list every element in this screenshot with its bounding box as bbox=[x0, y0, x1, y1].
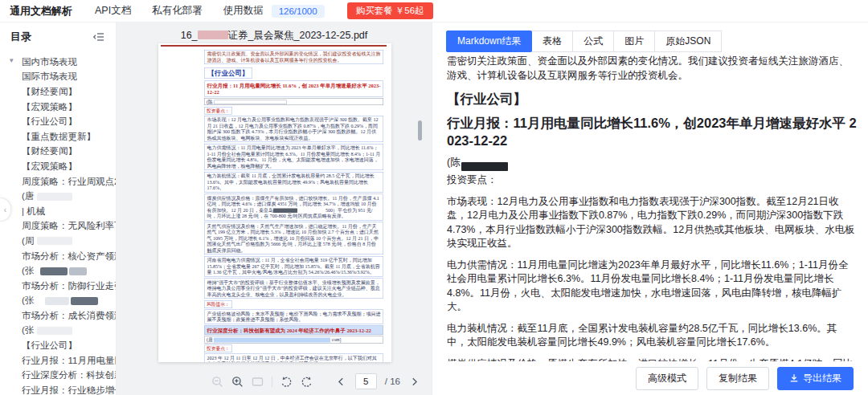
zoom-in-icon[interactable] bbox=[231, 376, 244, 388]
pdf-section-heading: 【行业公司】 bbox=[204, 67, 252, 79]
markdown-paragraph: 电力供需情况：11月用电量同比增速为2023年单月最好水平，同比增长11.6%；… bbox=[447, 259, 857, 315]
redacted-text bbox=[69, 267, 87, 275]
caret-down-icon[interactable]: ▾ bbox=[10, 56, 14, 64]
toc-item-label: 市场分析：核心资产领涨A... bbox=[22, 250, 116, 263]
redacted-text bbox=[45, 297, 69, 305]
md-text-segment: 市场表现：12月电力及公用事业指数和电力指数表现强于沪深300指数。截至12月2… bbox=[447, 196, 855, 250]
rotate-left-icon[interactable] bbox=[280, 376, 293, 388]
toc-item[interactable]: 【行业公司】 bbox=[0, 114, 116, 129]
top-navbar: 通用文档解析 API文档 私有化部署 使用数据 126/1000 购买套餐 ￥5… bbox=[0, 0, 868, 22]
collapse-toc-icon[interactable] bbox=[93, 31, 105, 43]
toc-item-label: 【宏观策略】 bbox=[22, 101, 77, 113]
toc-item-label: (张 bbox=[22, 295, 34, 307]
toc-item[interactable]: 市场分析：核心资产领涨A... bbox=[0, 249, 116, 264]
toc-item[interactable]: ▾国内市场表现 bbox=[0, 55, 116, 70]
pdf-text-segment: 电力装机情况：截至 11 月底，全国累计发电装机容量约 28.5 亿千瓦，同比增… bbox=[207, 173, 375, 191]
next-page-icon[interactable] bbox=[408, 376, 420, 388]
toolbar-divider bbox=[272, 377, 272, 387]
redacted-text bbox=[40, 267, 68, 275]
pdf-key-points-label: 投资要点： bbox=[204, 107, 232, 115]
pdf-paragraph: 河南省用电电力供需情况：11 月，全省全社会用电量 319 亿千瓦时，同比增加 … bbox=[204, 256, 383, 277]
toc-item[interactable]: 周度策略：无风险利率下... bbox=[0, 219, 116, 234]
pdf-paragraph: 电力装机情况：截至 11 月底，全国累计发电装机容量约 28.5 亿千瓦，同比增… bbox=[204, 172, 383, 193]
page-number-input[interactable] bbox=[355, 373, 377, 389]
toc-item[interactable]: (张 bbox=[0, 263, 116, 279]
toc-item-label: 【行业公司】 bbox=[22, 116, 77, 128]
pdf-author-text: (唐 bbox=[207, 337, 213, 342]
toc-item[interactable]: 【财经要闻】 bbox=[0, 84, 116, 100]
toc-item-label: 【宏观策略】 bbox=[22, 161, 77, 173]
toc-item-label: 行业深度分析：科技创新... bbox=[22, 369, 116, 381]
pdf-toolbar: / 16 bbox=[211, 373, 420, 389]
toc-item-label: 市场分析：防御行业走强A... bbox=[22, 280, 116, 292]
tab-原始JSON[interactable]: 原始JSON bbox=[654, 31, 722, 52]
pdf-page[interactable]: 需密切关注政策面、资金面以及外部因素的变化情况，我们建议投资者短线关注旅游酒店、… bbox=[158, 43, 391, 362]
redacted-highlight bbox=[214, 338, 330, 343]
result-panel: Markdown结果表格公式图片原始JSON 需密切关注政策面、资金面以及外部因… bbox=[432, 22, 868, 395]
rotate-right-icon[interactable] bbox=[301, 376, 313, 388]
toc-item[interactable]: | 机械 bbox=[0, 204, 116, 219]
fit-width-icon[interactable] bbox=[252, 376, 264, 388]
nav-private-deploy[interactable]: 私有化部署 bbox=[152, 4, 203, 18]
pdf-paragraph: 产业链价格波动风险；来水不及预期；电价下滑风险；电力需求不及预期；项目进展不及预… bbox=[204, 310, 383, 324]
pdf-text-segment: 天然气供应情况及价格：天然气生产增速加快，进口稳定增长。11 月份，生产天然气 … bbox=[207, 223, 379, 253]
pdf-section-wrap: 【行业公司】 bbox=[204, 67, 383, 79]
pdf-author-line: (陈 bbox=[204, 98, 383, 105]
tab-图片[interactable]: 图片 bbox=[613, 31, 655, 52]
markdown-paragraph: 需密切关注政策面、资金面以及外部因素的变化情况。我们建议投资者短线关注旅游酒店、… bbox=[447, 55, 857, 83]
toc-item[interactable]: 行业月报：11月用电量同... bbox=[0, 353, 116, 369]
toc-item[interactable]: 【宏观策略】 bbox=[0, 159, 116, 174]
prev-page-icon[interactable] bbox=[335, 376, 347, 388]
toc-item-label: 行业月报：行业稳步增长... bbox=[22, 385, 116, 395]
toc-item-label: 周度策略：行业周观点20... bbox=[22, 176, 116, 188]
export-result-button[interactable]: 导出结果 bbox=[777, 367, 854, 390]
toc-item-label: 国内市场表现 bbox=[22, 56, 77, 68]
pdf-paragraph: 天然气供应情况及价格：天然气生产增速加快，进口稳定增长。11 月份，生产天然气 … bbox=[204, 222, 383, 255]
app-window: 通用文档解析 API文档 私有化部署 使用数据 126/1000 购买套餐 ￥5… bbox=[0, 0, 868, 395]
pdf-key-points-label: 风险提示： bbox=[204, 301, 232, 309]
advanced-mode-button[interactable]: 高级模式 bbox=[636, 367, 698, 390]
toc-item-label: 【行业公司】 bbox=[22, 340, 77, 352]
app-title: 通用文档解析 bbox=[10, 4, 72, 18]
md-text-segment: 需密切关注政策面、资金面以及外部因素的变化情况。我们建议投资者短线关注旅游酒店、… bbox=[447, 55, 849, 81]
redacted-text bbox=[461, 162, 508, 171]
toc-item[interactable]: 周度策略：行业周观点20... bbox=[0, 174, 116, 189]
toc-item[interactable]: (张 bbox=[0, 324, 116, 339]
copy-result-button[interactable]: 复制结果 bbox=[706, 367, 769, 390]
toc-item-label: 【财经要闻】 bbox=[22, 86, 77, 98]
toc-item[interactable]: 【行业公司】 bbox=[0, 338, 116, 353]
pdf-filename-suffix: 证券_晨会聚焦_2023-12-25.pdf bbox=[228, 30, 368, 41]
toc-item[interactable]: 国际市场表现 bbox=[0, 70, 116, 85]
toc-item[interactable]: 【重点数据更新】 bbox=[0, 129, 116, 145]
result-tabs: Markdown结果表格公式图片原始JSON bbox=[447, 31, 722, 52]
pdf-page-content: 需密切关注政策面、资金面以及外部因素的变化情况，我们建议投资者短线关注旅游酒店、… bbox=[158, 50, 391, 362]
pdf-author-line: (唐com] bbox=[204, 336, 383, 344]
toc-item-label: 国际市场表现 bbox=[22, 71, 77, 83]
redacted-text bbox=[37, 237, 72, 245]
download-icon bbox=[789, 373, 799, 383]
toc-item[interactable]: (唐 bbox=[0, 189, 116, 204]
pdf-report-title: 行业深度分析：科技创新有望成为 2024 年经济工作的牛鼻子 2023-12-2… bbox=[204, 326, 383, 336]
pdf-scrollbar-thumb[interactable] bbox=[418, 120, 422, 140]
toc-item[interactable]: (张 bbox=[0, 294, 116, 309]
pdf-text-segment: 电力供需情况：11 月用电量同比增速为 2023 年单月最好水平，同比增长 11… bbox=[207, 145, 381, 169]
toc-item[interactable]: 行业深度分析：科技创新... bbox=[0, 368, 116, 383]
toc-item[interactable]: 市场分析：防御行业走强A... bbox=[0, 279, 116, 294]
tab-公式[interactable]: 公式 bbox=[572, 31, 614, 52]
nav-usage-data[interactable]: 使用数据 bbox=[223, 4, 264, 18]
toc-item[interactable]: 市场分析：成长消费领涨A... bbox=[0, 308, 116, 324]
pdf-author-text: (陈 bbox=[207, 100, 213, 104]
pdf-intro-paragraph: 需密切关注政策面、资金面以及外部因素的变化情况，我们建议投资者短线关注旅游酒店、… bbox=[204, 50, 383, 64]
tab-表格[interactable]: 表格 bbox=[531, 31, 573, 52]
pdf-label-wrap: 投资要点： bbox=[204, 107, 383, 115]
toc-item[interactable]: 行业月报：行业稳步增长... bbox=[0, 383, 116, 395]
toc-item[interactable]: 【宏观策略】 bbox=[0, 100, 116, 115]
buy-plan-button[interactable]: 购买套餐 ￥56起 bbox=[347, 2, 433, 19]
tab-Markdown结果[interactable]: Markdown结果 bbox=[446, 31, 532, 52]
toc-item[interactable]: (周 bbox=[0, 234, 116, 249]
nav-api-docs[interactable]: API文档 bbox=[95, 4, 131, 18]
zoom-out-icon[interactable] bbox=[211, 376, 223, 388]
markdown-author-line: (陈 bbox=[447, 156, 857, 169]
toc-item-label: (张 bbox=[22, 265, 34, 277]
toc-item[interactable]: 【财经要闻】 bbox=[0, 145, 116, 160]
